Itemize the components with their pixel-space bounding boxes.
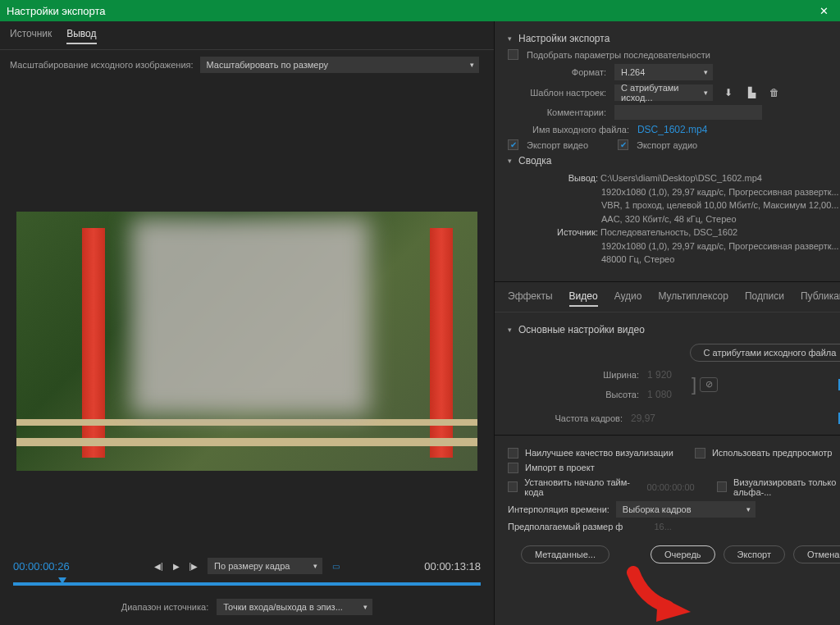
- summary-source: Источник: Последовательность, DSC_1602 1…: [550, 226, 840, 267]
- cancel-button[interactable]: Отмена: [793, 545, 840, 563]
- preview-area: [0, 80, 494, 553]
- import-preset-icon[interactable]: ▙: [744, 85, 759, 100]
- scale-label: Масштабирование исходного изображения:: [10, 60, 194, 70]
- est-size-value: 16...: [654, 522, 671, 531]
- use-preview-checkbox[interactable]: [695, 448, 705, 458]
- right-panel: ▾ Настройки экспорта Подобрать параметры…: [495, 21, 840, 625]
- rtab-effects[interactable]: Эффекты: [508, 290, 553, 307]
- left-panel: Источник Вывод Масштабирование исходного…: [0, 21, 495, 625]
- interp-label: Интерполяция времени:: [508, 504, 609, 514]
- import-checkbox[interactable]: [508, 463, 518, 473]
- source-range-label: Диапазон источника:: [121, 602, 208, 612]
- timeline-slider[interactable]: [13, 582, 481, 586]
- interp-dropdown[interactable]: Выборка кадров: [616, 501, 756, 518]
- save-preset-icon[interactable]: ⬇: [721, 85, 736, 100]
- rtab-video[interactable]: Видео: [569, 290, 598, 307]
- play-icon[interactable]: ▶: [173, 562, 180, 571]
- preset-dropdown[interactable]: С атрибутами исход...: [614, 84, 713, 101]
- tab-output[interactable]: Вывод: [66, 28, 96, 44]
- format-label: Формат:: [508, 67, 606, 77]
- fps-label: Частота кадров:: [541, 413, 623, 423]
- export-settings-header[interactable]: ▾ Настройки экспорта: [508, 33, 840, 44]
- height-value[interactable]: 1 080: [647, 389, 688, 400]
- rtab-publish[interactable]: Публикац: [801, 290, 840, 307]
- export-button[interactable]: Экспорт: [724, 545, 785, 563]
- rtab-mux[interactable]: Мультиплексор: [658, 290, 728, 307]
- best-quality-label: Наилучшее качество визуализации: [525, 448, 673, 458]
- chevron-down-icon: ▾: [508, 34, 512, 43]
- comments-input[interactable]: [614, 105, 762, 120]
- export-video-checkbox[interactable]: [508, 139, 518, 150]
- summary-header[interactable]: ▾ Сводка: [508, 155, 840, 167]
- rtab-captions[interactable]: Подписи: [745, 290, 784, 307]
- use-preview-label: Использовать предпросмотр: [712, 448, 833, 458]
- scale-dropdown[interactable]: Масштабировать по размеру: [200, 57, 479, 73]
- rtab-audio[interactable]: Аудио: [614, 290, 642, 307]
- format-dropdown[interactable]: H.264: [614, 64, 713, 80]
- title-bar: Настройки экспорта ✕: [0, 0, 840, 21]
- link-icon[interactable]: ⊘: [700, 377, 718, 392]
- output-filename-link[interactable]: DSC_1602.mp4: [637, 124, 707, 135]
- height-label: Высота:: [557, 390, 639, 399]
- metadata-button[interactable]: Метаданные...: [521, 545, 609, 563]
- export-audio-checkbox[interactable]: [618, 139, 628, 150]
- est-size-label: Предполагаемый размер ф: [508, 522, 623, 531]
- set-tc-label: Установить начало тайм-кода: [524, 477, 640, 497]
- playhead-icon[interactable]: [58, 577, 66, 584]
- alpha-label: Визуализировать только альфа-...: [733, 477, 840, 497]
- summary-output: Вывод: C:\Users\diami\Desktop\DSC_1602.m…: [550, 171, 840, 226]
- delete-preset-icon[interactable]: 🗑: [767, 85, 782, 100]
- close-icon[interactable]: ✕: [814, 5, 833, 17]
- output-name-label: Имя выходного файла:: [532, 125, 629, 135]
- export-video-label: Экспорт видео: [527, 140, 588, 150]
- window-title: Настройки экспорта: [7, 5, 106, 17]
- queue-button[interactable]: Очередь: [651, 545, 715, 563]
- best-quality-checkbox[interactable]: [508, 448, 518, 458]
- chevron-down-icon: ▾: [508, 157, 512, 165]
- fps-value[interactable]: 29,97: [631, 413, 696, 424]
- source-range-dropdown[interactable]: Точки входа/выхода в эпиз...: [217, 599, 372, 615]
- set-tc-checkbox[interactable]: [508, 481, 518, 492]
- match-sequence-checkbox[interactable]: [508, 49, 518, 60]
- preset-label: Шаблон настроек:: [508, 88, 606, 98]
- match-source-button[interactable]: С атрибутами исходного файла: [690, 344, 840, 362]
- match-sequence-label: Подобрать параметры последовательности: [527, 50, 710, 60]
- preview-frame: [16, 212, 477, 471]
- width-value[interactable]: 1 920: [647, 369, 688, 381]
- set-tc-value: 00:00:00:00: [647, 482, 695, 492]
- chevron-down-icon: ▾: [508, 326, 512, 334]
- alpha-checkbox[interactable]: [717, 481, 727, 492]
- width-label: Ширина:: [557, 370, 639, 380]
- import-label: Импорт в проект: [525, 463, 595, 472]
- timecode-in[interactable]: 00:00:00:26: [13, 560, 70, 573]
- export-audio-label: Экспорт аудио: [637, 140, 697, 150]
- prev-frame-icon[interactable]: ◀|: [154, 562, 163, 571]
- next-frame-icon[interactable]: |▶: [189, 562, 199, 571]
- comments-label: Комментарии:: [508, 107, 606, 117]
- video-basic-header[interactable]: ▾ Основные настройки видео: [508, 324, 840, 335]
- fit-dropdown[interactable]: По размеру кадра: [208, 558, 322, 574]
- timecode-out: 00:00:13:18: [424, 560, 481, 573]
- aspect-icon[interactable]: ▭: [332, 562, 340, 571]
- tab-source[interactable]: Источник: [10, 28, 52, 44]
